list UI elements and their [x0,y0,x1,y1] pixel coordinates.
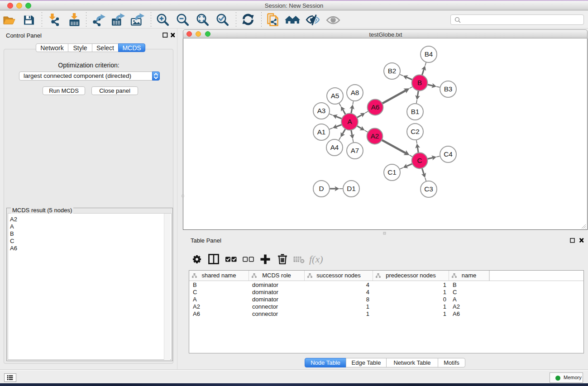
svg-text:A6: A6 [371,103,380,111]
svg-text:D: D [319,185,324,192]
svg-text:A8: A8 [351,89,359,96]
svg-text:A5: A5 [331,92,339,100]
svg-text:B2: B2 [388,67,397,75]
svg-text:C3: C3 [424,185,433,193]
svg-text:C: C [417,157,422,164]
svg-text:f(x): f(x) [309,253,323,265]
svg-text:C4: C4 [444,150,453,158]
svg-text:B3: B3 [444,85,453,93]
svg-text:C2: C2 [411,128,420,135]
svg-text:A3: A3 [317,107,326,114]
svg-text:A2: A2 [371,132,379,140]
svg-text:A1: A1 [317,128,326,136]
svg-text:A4: A4 [330,143,339,151]
svg-text:A7: A7 [351,147,359,154]
svg-text:B: B [417,79,422,86]
svg-text:D1: D1 [347,185,356,192]
svg-text:B1: B1 [411,108,420,115]
svg-text:A: A [347,118,352,125]
svg-text:B4: B4 [425,50,433,58]
svg-text:C1: C1 [387,168,397,176]
